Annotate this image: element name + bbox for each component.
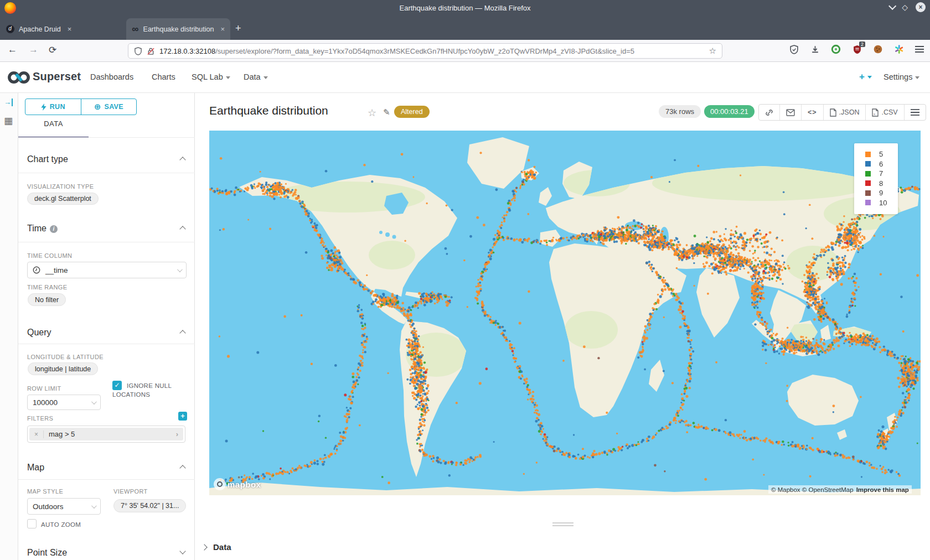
info-icon: i [50,225,58,233]
new-tab-button[interactable]: + [235,23,241,34]
window-close-icon[interactable]: × [916,2,926,12]
back-button[interactable]: ← [8,44,17,55]
link-icon [765,108,773,117]
extension-green-icon[interactable] [831,44,841,54]
chevron-down-icon [915,76,919,79]
datasource-grid-icon[interactable]: ▦ [4,116,13,126]
time-column-select[interactable]: __time [27,262,187,278]
attribution-text[interactable]: © Mapbox © OpenStreetMap [771,486,854,493]
nav-data[interactable]: Data [244,72,268,81]
url-input[interactable]: 172.18.0.3:32108/superset/explore/?form_… [128,43,722,59]
time-range-value[interactable]: No filter [28,293,66,306]
tab-earthquake-distribution[interactable]: ∞ Earthquake distribution × [126,18,230,40]
legend-swatch [865,190,871,196]
legend-row: 6 [854,159,898,169]
extension-badge: 2 [859,42,865,47]
map-style-select[interactable]: Outdoors [27,498,101,515]
viewport-label: VIEWPORT [113,488,148,495]
mapbox-logo[interactable]: mapbox [214,478,261,490]
row-limit-label: ROW LIMIT [27,385,61,392]
superset-logo-icon[interactable] [7,70,31,85]
save-plus-icon: ⊕ [94,102,101,112]
superset-favicon-icon: ∞ [132,25,139,34]
remove-filter-icon[interactable]: × [29,431,44,438]
chevron-up-icon[interactable] [179,157,185,163]
reload-button[interactable]: ⟳ [49,44,56,56]
improve-map-link[interactable]: Improve this map [856,486,909,493]
tab-close-icon[interactable]: × [220,25,225,33]
envelope-icon [786,109,795,116]
section-chart-type[interactable]: Chart type [27,154,68,164]
ublock-shield-icon[interactable]: 2 [852,44,862,54]
window-minimize-icon[interactable] [888,2,896,10]
tab-data[interactable]: DATA [18,120,89,128]
nav-dashboards[interactable]: Dashboards [90,72,133,81]
auto-zoom-checkbox[interactable] [27,519,37,528]
window-titlebar: Earthquake distribution — Mozilla Firefo… [0,0,930,16]
section-map[interactable]: Map [27,463,44,473]
add-filter-button[interactable]: + [178,412,187,421]
protections-shield-icon[interactable] [789,44,799,54]
deckgl-scatter-map[interactable]: 5 6 7 8 9 10 mapbox © Mapbox © OpenStree… [209,131,921,495]
chevron-up-icon[interactable] [179,330,185,336]
legend-swatch [865,200,871,205]
section-query[interactable]: Query [27,328,51,338]
chart-menu-button[interactable] [904,105,926,120]
downloads-icon[interactable] [810,44,820,54]
superset-navbar: Superset Dashboards Charts SQL Lab Data … [0,62,930,93]
favorite-star-icon[interactable]: ☆ [368,107,376,119]
legend-row: 8 [854,179,898,189]
longitude-latitude-value[interactable]: longitude | latitude [28,362,98,375]
data-collapse-section[interactable]: Data [202,542,231,552]
window-title: Earthquake distribution — Mozilla Firefo… [0,4,930,12]
window-maximize-icon[interactable]: ◇ [902,3,908,11]
clock-icon [33,266,40,274]
edit-pencil-icon[interactable]: ✎ [383,107,390,117]
email-button[interactable] [779,105,801,120]
expand-filter-icon[interactable]: › [171,430,183,438]
export-json-button[interactable]: .JSON [823,105,866,120]
tab-label: Apache Druid [19,25,61,33]
row-limit-select[interactable]: 100000 [27,395,101,410]
forward-button[interactable]: → [29,44,38,55]
nav-sql-lab[interactable]: SQL Lab [192,72,230,81]
menu-icon [911,109,919,116]
chart-actions-group: <> .JSON x .CSV [758,104,926,121]
tab-label: Earthquake distribution [143,25,214,33]
filter-item[interactable]: × mag > 5 › [27,426,185,443]
tab-close-icon[interactable]: × [68,25,72,33]
save-button[interactable]: ⊕ SAVE [81,99,137,115]
filter-value[interactable]: mag > 5 [44,430,75,438]
cookie-extension-icon[interactable] [873,44,883,54]
share-link-button[interactable] [759,105,779,120]
tab-apache-druid[interactable]: d Apache Druid × [0,18,122,40]
chevron-down-icon[interactable] [179,548,185,554]
embed-code-button[interactable]: <> [801,105,823,120]
url-host: 172.18.0.3:32108 [159,47,215,55]
filters-label: FILTERS [27,415,53,422]
bookmark-star-icon[interactable]: ☆ [709,46,716,56]
collapse-panel-icon[interactable]: → [4,98,13,106]
nav-settings[interactable]: Settings [884,72,919,81]
superset-brand[interactable]: Superset [33,70,81,83]
visualization-type-value[interactable]: deck.gl Scatterplot [27,193,99,205]
query-timer-badge: 00:00:03.21 [704,105,755,118]
nav-charts[interactable]: Charts [152,72,175,81]
chevron-up-icon[interactable] [179,465,185,471]
url-path: /superset/explore/?form_data_key=1Ykx7oD… [215,47,634,55]
legend-row: 10 [854,198,898,208]
chevron-down-icon [264,76,268,79]
resize-handle[interactable] [552,522,574,526]
run-button[interactable]: RUN [25,99,81,115]
section-point-size[interactable]: Point Size [27,548,67,558]
menu-hamburger-icon[interactable] [915,46,924,53]
nav-add-button[interactable]: + [859,71,872,82]
export-csv-button[interactable]: x .CSV [865,105,903,120]
chevron-up-icon[interactable] [179,226,185,232]
pinwheel-extension-icon[interactable] [894,44,904,54]
viewport-value[interactable]: 7° 35' 54.02" | 31... [113,499,186,512]
ignore-null-checkbox[interactable]: ✓ [112,381,122,390]
shield-permissions-icon[interactable] [134,47,142,55]
insecure-lock-icon[interactable] [147,47,155,55]
section-time[interactable]: Timei [27,224,58,234]
